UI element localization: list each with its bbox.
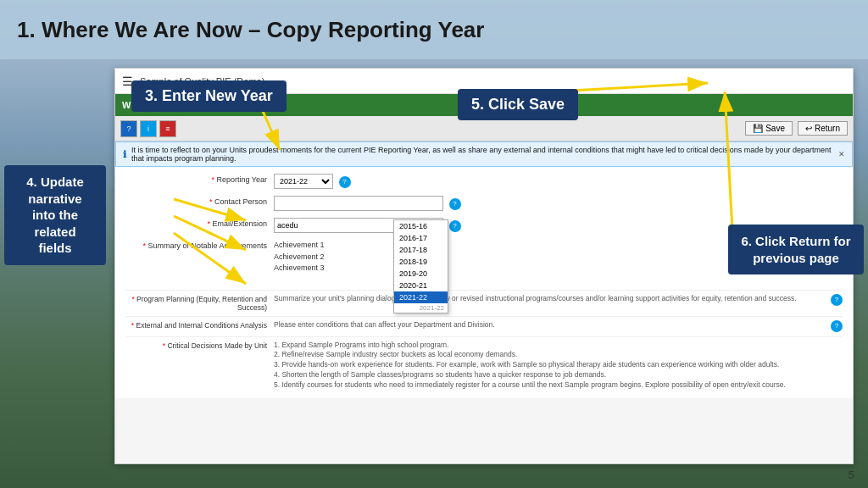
critical-decisions-value: 1. Expand Sample Programs into high scho… xyxy=(274,341,843,391)
option-2019-20[interactable]: 2019-20 xyxy=(394,268,448,280)
info-bar: ℹ It is time to reflect to on your Units… xyxy=(115,141,853,167)
email-help-icon[interactable]: ? xyxy=(449,220,461,232)
info-message: It is time to reflect to on your Units p… xyxy=(131,146,833,163)
critical-item-5: 5. Identify courses for students who nee… xyxy=(274,380,843,391)
contact-person-row: * Contact Person ? xyxy=(125,196,843,213)
step6-annotation: 6. Click Return forprevious page xyxy=(728,225,864,274)
return-label: Return xyxy=(815,124,840,133)
year-dropdown[interactable]: 2015-16 2016-17 2017-18 2018-19 2019-20 … xyxy=(393,219,448,313)
return-icon: ↩ xyxy=(805,124,812,133)
close-icon[interactable]: ✕ xyxy=(838,150,845,158)
question-button[interactable]: ? xyxy=(120,120,137,137)
summary-label: * Summary of Notable Achievements xyxy=(125,240,274,250)
option-2020-21[interactable]: 2020-21 xyxy=(394,280,448,291)
external-conditions-help-icon[interactable]: ? xyxy=(831,320,843,332)
reporting-year-select[interactable]: 2021-22 xyxy=(274,174,333,189)
reporting-year-row: * Reporting Year 2021-22 ? xyxy=(125,174,843,191)
option-2018-19[interactable]: 2018-19 xyxy=(394,256,448,268)
slide-title: 1. Where We Are Now – Copy Reporting Yea… xyxy=(17,17,484,43)
email-label: * Email/Extension xyxy=(125,218,274,228)
save-icon: 💾 xyxy=(753,124,763,133)
contact-person-label: * Contact Person xyxy=(125,196,274,206)
contact-person-help-icon[interactable]: ? xyxy=(449,198,461,210)
save-button[interactable]: 💾 Save xyxy=(745,121,793,136)
page-number: 5 xyxy=(849,469,854,481)
reporting-year-value: 2021-22 ? xyxy=(274,174,843,189)
title-bar: 1. Where We Are Now – Copy Reporting Yea… xyxy=(0,0,868,59)
toolbar-right: 💾 Save ↩ Return xyxy=(745,121,848,136)
step3-annotation: 3. Enter New Year xyxy=(131,80,287,112)
contact-person-value: ? xyxy=(274,196,843,211)
program-planning-row: * Program Planning (Equity, Retention an… xyxy=(125,290,843,312)
program-planning-help-icon[interactable]: ? xyxy=(831,294,843,306)
reporting-year-label: * Reporting Year xyxy=(125,174,274,184)
critical-decisions-label: * Critical Decisions Made by Unit xyxy=(125,341,274,350)
critical-item-2: 2. Refine/revise Sample industry sector … xyxy=(274,350,843,360)
option-2021-22[interactable]: 2021-22 xyxy=(394,291,448,303)
program-planning-value: Summarize your unit's planning dialog th… xyxy=(274,294,827,304)
contact-person-input[interactable] xyxy=(274,196,443,211)
reporting-year-help-icon[interactable]: ? xyxy=(339,176,351,188)
return-button[interactable]: ↩ Return xyxy=(798,121,848,136)
critical-item-1: 1. Expand Sample Programs into high scho… xyxy=(274,341,843,351)
step5-annotation: 5. Click Save xyxy=(458,89,578,120)
menu-button[interactable]: ≡ xyxy=(159,120,176,137)
toolbar-left: ? i ≡ xyxy=(120,120,184,137)
save-label: Save xyxy=(765,124,785,133)
option-2015-16[interactable]: 2015-16 xyxy=(394,220,448,232)
slide-container: 1. Where We Are Now – Copy Reporting Yea… xyxy=(0,0,868,488)
info-button[interactable]: i xyxy=(140,120,157,137)
critical-decisions-row: * Critical Decisions Made by Unit 1. Exp… xyxy=(125,336,843,391)
option-2017-18[interactable]: 2017-18 xyxy=(394,244,448,256)
external-conditions-label: * External and Internal Conditions Analy… xyxy=(125,320,274,330)
critical-item-4: 4. Shorten the length of Sample classes/… xyxy=(274,370,843,380)
step4-annotation: 4. Updatenarrativeinto therelatedfields xyxy=(4,165,106,265)
option-2016-17[interactable]: 2016-17 xyxy=(394,232,448,244)
program-planning-label: * Program Planning (Equity, Retention an… xyxy=(125,294,274,312)
bottom-form: * Program Planning (Equity, Retention an… xyxy=(115,286,853,398)
critical-item-3: 3. Provide hands-on work experience for … xyxy=(274,360,843,370)
info-icon: ℹ xyxy=(123,149,126,160)
external-conditions-value: Please enter conditions that can affect … xyxy=(274,320,827,330)
external-conditions-row: * External and Internal Conditions Analy… xyxy=(125,316,843,332)
